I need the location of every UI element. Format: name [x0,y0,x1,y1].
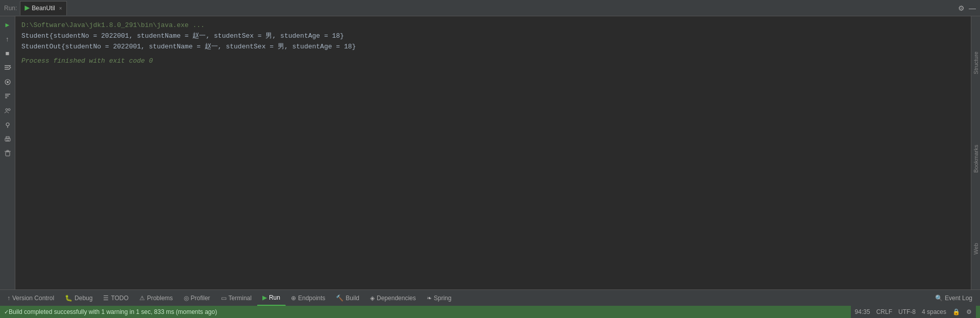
status-bar: ✓ Build completed successfully with 1 wa… [0,306,980,318]
event-log-label: Event Log [945,295,972,302]
bottom-toolbar: ↑ Version Control 🐛 Debug ☰ TODO ⚠ Probl… [0,289,980,306]
svg-rect-0 [5,65,11,66]
status-text: Build completed successfully with 1 warn… [9,308,217,315]
web-label[interactable]: Web [972,241,980,256]
event-log-icon: 🔍 [935,295,943,302]
wrap-button[interactable] [1,61,14,74]
svg-point-4 [7,81,9,83]
scroll-up-button[interactable]: ↑ [1,33,14,46]
spring-icon: ❧ [427,295,432,302]
todo-label: TODO [111,295,128,302]
run-tab-label: Run [269,294,280,301]
status-right: 94:35 CRLF UTF-8 4 spaces 🔒 ⚙ [851,306,976,318]
run-label: Run: [4,5,17,12]
endpoints-tab[interactable]: ⊕ Endpoints [286,290,331,306]
svg-rect-5 [5,94,10,95]
build-label: Build [346,295,359,302]
problems-label: Problems [147,295,173,302]
run-tab[interactable]: ▶ Run [257,290,286,306]
pin-button[interactable] [1,118,14,131]
stop-button[interactable]: ■ [1,47,14,60]
svg-point-9 [8,109,10,111]
svg-rect-14 [6,140,9,141]
output-area: D:\Software\Java\jdk1.8.0_291\bin\java.e… [15,16,971,289]
spring-tab[interactable]: ❧ Spring [422,290,457,306]
terminal-label: Terminal [229,295,252,302]
status-check-icon: ✓ [4,309,9,315]
output-line-path: D:\Software\Java\jdk1.8.0_291\bin\java.e… [21,20,965,31]
output-line-studentout: StudentOut{studentNo = 2022001, studentN… [21,42,965,52]
debug-label: Debug [75,295,92,302]
run-tab-icon: ▶ [262,294,267,301]
todo-tab[interactable]: ☰ TODO [98,290,134,306]
tab-close-icon[interactable]: × [59,6,62,11]
output-line-student: Student{studentNo = 2022001, studentName… [21,31,965,42]
settings-button[interactable]: ⚙ [958,4,965,12]
output-line-empty [21,52,965,56]
terminal-tab[interactable]: ▭ Terminal [216,290,257,306]
play-button[interactable]: ▶ [1,18,14,32]
terminal-icon: ▭ [221,295,227,302]
delete-button[interactable] [1,147,14,160]
cursor-position[interactable]: 94:35 [855,308,870,315]
lock-icon: 🔒 [952,308,960,315]
build-icon: 🔨 [336,295,344,302]
spring-label: Spring [434,295,452,302]
status-settings-icon[interactable]: ⚙ [966,308,972,315]
encoding[interactable]: UTF-8 [898,308,916,315]
version-control-icon: ↑ [7,295,10,302]
build-tab[interactable]: 🔨 Build [331,290,365,306]
svg-rect-1 [5,67,9,68]
version-control-label: Version Control [12,295,54,302]
sort-button[interactable] [1,90,14,103]
print-button[interactable] [1,132,14,146]
todo-icon: ☰ [103,295,109,302]
event-log-tab[interactable]: 🔍 Event Log [930,290,978,306]
top-right-icons: ⚙ — [958,4,976,12]
svg-rect-15 [6,152,10,156]
team-button[interactable] [1,104,14,117]
structure-label[interactable]: Structure [972,49,980,76]
run-icon [24,6,30,11]
profiler-label: Profiler [191,295,210,302]
debug-icon: 🐛 [65,295,72,302]
main-area: ▶ ↑ ■ [0,16,980,289]
dependencies-tab[interactable]: ◈ Dependencies [365,290,422,306]
svg-rect-7 [5,97,7,98]
indent[interactable]: 4 spaces [922,308,946,315]
problems-tab[interactable]: ⚠ Problems [134,290,179,306]
right-labels: Structure Bookmarks Web [971,16,980,289]
problems-icon: ⚠ [139,295,145,302]
svg-point-10 [6,123,9,126]
status-bar-main: ✓ Build completed successfully with 1 wa… [4,308,848,315]
profiler-icon: ◎ [184,295,189,302]
version-control-tab[interactable]: ↑ Version Control [2,290,60,306]
tab-label: BeanUtil [32,5,55,12]
svg-rect-2 [5,69,10,70]
minimize-button[interactable]: — [969,4,976,12]
debug-tab[interactable]: 🐛 Debug [60,290,98,306]
screenshot-button[interactable] [1,75,14,89]
tab-bar: Run: BeanUtil × ⚙ — [0,0,980,16]
left-sidebar: ▶ ↑ ■ [0,16,15,289]
svg-point-8 [6,109,8,111]
svg-rect-17 [7,150,9,151]
svg-rect-6 [5,96,9,97]
line-ending[interactable]: CRLF [876,308,892,315]
profiler-tab[interactable]: ◎ Profiler [179,290,216,306]
output-line-exit: Process finished with exit code 0 [21,56,965,67]
endpoints-label: Endpoints [298,295,325,302]
bookmarks-label[interactable]: Bookmarks [972,143,980,175]
endpoints-icon: ⊕ [291,295,296,302]
dependencies-label: Dependencies [377,295,416,302]
active-tab[interactable]: BeanUtil × [20,1,66,15]
dependencies-icon: ◈ [370,295,375,302]
